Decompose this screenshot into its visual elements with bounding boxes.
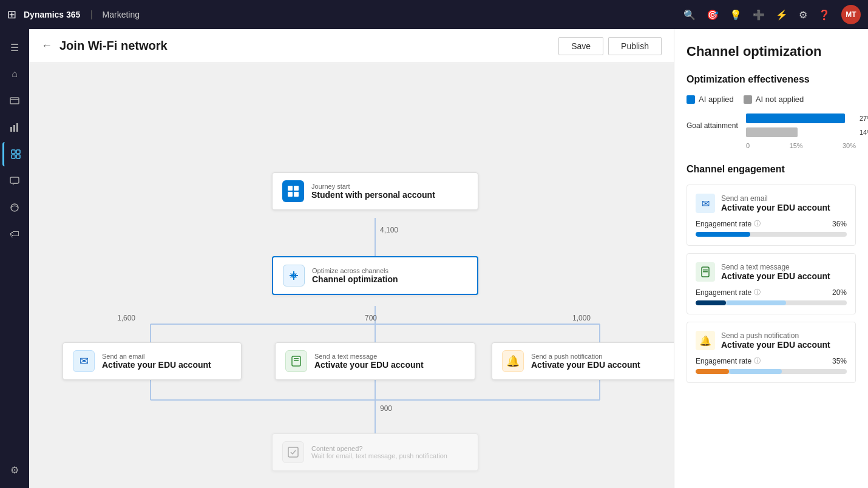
settings-icon[interactable]: ⚙	[799, 9, 807, 21]
effectiveness-title: Optimization effectiveness	[687, 74, 856, 85]
engagement-card-sms[interactable]: Send a text message Activate your EDU ac…	[687, 253, 856, 314]
email-node[interactable]: ✉ Send an email Activate your EDU accoun…	[63, 342, 242, 380]
back-button[interactable]: ←	[41, 39, 52, 52]
email-info-icon[interactable]: ⓘ	[754, 219, 761, 228]
panel-title: Channel optimization	[687, 44, 856, 59]
push-card-name: Activate your EDU account	[721, 340, 830, 350]
sms-rate-row: Engagement rate ⓘ 20%	[696, 288, 847, 297]
svg-rect-8	[16, 155, 20, 158]
svg-rect-33	[703, 269, 708, 271]
nav-separator: |	[90, 9, 92, 20]
topnav-icon-group: 🔍 🎯 💡 ➕ ⚡ ⚙ ❓ MT	[683, 5, 861, 24]
engagement-card-email[interactable]: ✉ Send an email Activate your EDU accoun…	[687, 185, 856, 246]
search-icon[interactable]: 🔍	[683, 9, 696, 21]
add-icon[interactable]: ➕	[753, 9, 765, 21]
email-rate-pct: 36%	[832, 220, 847, 228]
svg-rect-9	[10, 177, 19, 183]
filter-icon[interactable]: ⚡	[776, 9, 788, 21]
grid-icon[interactable]: ⊞	[7, 8, 16, 21]
sms-progress-fill-group	[696, 300, 847, 305]
svg-rect-23	[288, 186, 293, 191]
sidebar-item-bookmarks[interactable]: 🏷	[2, 222, 27, 246]
bar-no-ai-pct: 14%	[860, 127, 868, 137]
lightbulb-icon[interactable]: 💡	[730, 9, 742, 21]
svg-rect-31	[288, 447, 298, 457]
chart-bars: 27% 14%	[746, 114, 856, 137]
push-name: Activate your EDU account	[531, 360, 640, 370]
target-icon[interactable]: 🎯	[707, 9, 719, 21]
optimize-label: Optimize across channels	[312, 267, 398, 274]
sidebar-item-journeys[interactable]	[2, 142, 27, 166]
content-opened-sublabel: Wait for email, text message, push notif…	[311, 452, 447, 459]
content-opened-node[interactable]: Content opened? Wait for email, text mes…	[272, 433, 478, 471]
email-rate-row: Engagement rate ⓘ 36%	[696, 219, 847, 228]
journey-start-icon	[282, 180, 304, 202]
email-progress-fill	[696, 232, 750, 237]
push-node[interactable]: 🔔 Send a push notification Activate your…	[492, 342, 674, 380]
svg-rect-26	[294, 192, 299, 197]
flow-700: 700	[365, 314, 377, 322]
chart-goal-label: Goal attainment	[687, 121, 741, 130]
save-button[interactable]: Save	[558, 37, 603, 55]
svg-rect-6	[16, 150, 20, 154]
svg-rect-30	[294, 360, 299, 361]
legend-ai-not-applied: AI not applied	[744, 95, 804, 104]
help-icon[interactable]: ❓	[818, 9, 830, 21]
sms-node[interactable]: Send a text message Activate your EDU ac…	[275, 342, 475, 380]
sms-info-icon[interactable]: ⓘ	[754, 288, 761, 297]
journey-start-name: Student with personal account	[311, 190, 435, 200]
email-card-type: Send an email	[721, 194, 830, 203]
sidebar-item-messages[interactable]	[2, 169, 27, 193]
email-progress-track	[696, 232, 847, 237]
sidebar-item-home[interactable]: ⌂	[2, 62, 27, 86]
push-progress-fill-light	[729, 369, 782, 374]
content-opened-text: Content opened? Wait for email, text mes…	[311, 445, 447, 459]
sidebar-item-segments[interactable]	[2, 195, 27, 220]
journey-canvas[interactable]: Journey start Student with personal acco…	[29, 63, 674, 488]
journey-start-text: Journey start Student with personal acco…	[311, 183, 435, 200]
legend: AI applied AI not applied	[687, 95, 856, 104]
journey-start-label: Journey start	[311, 183, 435, 190]
content-opened-icon	[282, 441, 304, 463]
email-label: Send an email	[102, 353, 211, 360]
push-text: Send a push notification Activate your E…	[531, 353, 640, 370]
avatar[interactable]: MT	[841, 5, 861, 24]
svg-rect-28	[292, 356, 300, 366]
svg-point-10	[11, 204, 18, 211]
optimize-node[interactable]: Optimize across channels Channel optimiz…	[272, 256, 478, 295]
optimize-name: Channel optimization	[312, 274, 398, 284]
push-info-icon[interactable]: ⓘ	[754, 356, 761, 365]
push-rate-label: Engagement rate ⓘ	[696, 356, 761, 365]
right-panel: Channel optimization Optimization effect…	[674, 29, 868, 488]
legend-dot-gray	[744, 95, 752, 104]
push-rate-row: Engagement rate ⓘ 35%	[696, 356, 847, 365]
header-bar: ← Join Wi-Fi network Save Publish	[29, 29, 674, 63]
engagement-card-push[interactable]: 🔔 Send a push notification Activate your…	[687, 322, 856, 383]
svg-rect-0	[10, 98, 19, 104]
optimize-text: Optimize across channels Channel optimiz…	[312, 267, 398, 284]
sidebar-item-contacts[interactable]	[2, 89, 27, 113]
sidebar-item-analytics[interactable]	[2, 115, 27, 140]
svg-rect-29	[294, 358, 299, 359]
brand-name: Dynamics 365	[24, 10, 80, 19]
axis-0: 0	[746, 142, 750, 149]
sms-card-header: Send a text message Activate your EDU ac…	[696, 262, 847, 282]
sms-icon	[285, 350, 307, 372]
sidebar-item-settings[interactable]: ⚙	[2, 458, 27, 482]
sms-progress-fill-light	[726, 300, 787, 305]
push-rate-pct: 35%	[832, 357, 847, 365]
publish-button[interactable]: Publish	[608, 37, 662, 55]
sms-label: Send a text message	[314, 353, 424, 360]
axis-30: 30%	[843, 142, 856, 149]
content-opened-label: Content opened?	[311, 445, 447, 452]
sidebar-item-hamburger[interactable]: ☰	[2, 35, 27, 59]
svg-rect-4	[16, 123, 18, 132]
flow-1000: 1,000	[572, 314, 591, 322]
header-actions: Save Publish	[558, 37, 662, 55]
journey-start-node[interactable]: Journey start Student with personal acco…	[272, 172, 478, 210]
push-card-info: Send a push notification Activate your E…	[721, 331, 830, 350]
email-text: Send an email Activate your EDU account	[102, 353, 211, 370]
push-card-type: Send a push notification	[721, 331, 830, 340]
svg-rect-25	[288, 192, 293, 197]
sms-text: Send a text message Activate your EDU ac…	[314, 353, 424, 370]
